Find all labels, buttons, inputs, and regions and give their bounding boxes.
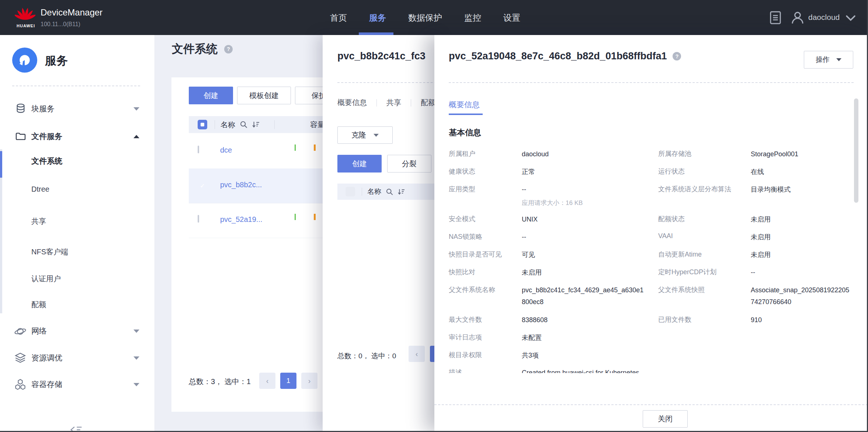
- help-icon[interactable]: ?: [673, 52, 681, 60]
- field-label: 根目录权限: [449, 351, 482, 359]
- nav-services[interactable]: 服务: [369, 12, 386, 24]
- service-pie-icon: [12, 48, 37, 73]
- field-value: --: [522, 232, 526, 242]
- field-label: 运行状态: [658, 167, 685, 176]
- search-icon[interactable]: [386, 188, 393, 196]
- field-value: Associate_snap_202508192220574270766640: [751, 284, 850, 308]
- container-storage-icon: [14, 378, 27, 391]
- column-header-name: 名称: [221, 120, 235, 130]
- sidebar-item-resource-tuning[interactable]: 资源调优: [0, 348, 155, 368]
- sort-icon[interactable]: [251, 121, 260, 128]
- chevron-down-icon[interactable]: [846, 15, 856, 21]
- sidebar-item-file-system[interactable]: 文件系统: [31, 156, 62, 166]
- field-value: 8388608: [522, 315, 548, 325]
- create-button[interactable]: 创建: [337, 155, 382, 173]
- sidebar-item-network[interactable]: 网络: [0, 321, 155, 341]
- sidebar-item-quota[interactable]: 配额: [31, 300, 46, 310]
- field-value: 正常: [522, 167, 535, 177]
- field-label: 安全模式: [449, 215, 475, 223]
- chevron-down-icon: [133, 107, 139, 111]
- chevron-up-icon: [133, 135, 139, 138]
- prev-page-button[interactable]: ‹: [409, 346, 425, 362]
- nav-data-protection[interactable]: 数据保护: [408, 12, 442, 24]
- panel-title: pvc_b8b2c41c_fc3: [337, 50, 426, 62]
- field-label: VAAI: [658, 232, 673, 240]
- field-value: pvc_b8b2c41c_fc34_4629_ae45_a630e1800ec8: [522, 284, 644, 308]
- field-value: --: [751, 268, 755, 277]
- detail-panel-front: pvc_52a19048_8e7c_46c8_b82d_01b68ffbdfa1…: [434, 35, 868, 432]
- field-value: --: [522, 185, 526, 194]
- page-1-button[interactable]: 1: [280, 373, 296, 389]
- database-icon: [15, 103, 27, 115]
- row-checkbox[interactable]: [198, 215, 199, 223]
- sidebar-divider: [12, 86, 140, 86]
- detail-scroll-viewport[interactable]: 概要信息 基本信息 所属租户 daocloud 健康状态 正常 应用类型 -- …: [434, 83, 868, 373]
- clone-dropdown[interactable]: 克隆: [337, 126, 393, 144]
- split-button[interactable]: 分裂: [387, 155, 431, 173]
- sidebar-item-label: 容器存储: [31, 379, 62, 390]
- next-page-button[interactable]: ›: [301, 373, 317, 389]
- row-checkbox[interactable]: [198, 146, 199, 153]
- sidebar-title: 服务: [45, 53, 68, 69]
- field-label: 快照比对: [449, 268, 475, 276]
- file-system-link[interactable]: pvc_b8b2c...: [220, 181, 262, 189]
- folder-icon: [15, 130, 27, 142]
- network-icon: [14, 326, 27, 337]
- sidebar-item-file-service[interactable]: 文件服务: [0, 126, 155, 147]
- field-label: 应用类型: [449, 185, 475, 194]
- panel-title: pvc_52a19048_8e7c_46c8_b82d_01b68ffbdfa1: [449, 50, 667, 62]
- nav-settings[interactable]: 设置: [503, 12, 520, 24]
- huawei-logo-icon: HUAWEI: [15, 4, 37, 30]
- create-button[interactable]: 创建: [189, 87, 233, 104]
- field-value: 910: [751, 315, 762, 325]
- user-name[interactable]: daocloud: [808, 13, 840, 22]
- huawei-brand-text: HUAWEI: [15, 24, 37, 28]
- field-value: 未启用: [751, 250, 771, 259]
- top-bar: HUAWEI DeviceManager 100.11...0(B11) 首页 …: [0, 0, 868, 35]
- sidebar-item-container-storage[interactable]: 容器存储: [0, 374, 155, 395]
- sidebar-item-auth-user[interactable]: 认证用户: [31, 274, 61, 284]
- chevron-down-icon: [133, 330, 139, 333]
- top-nav: 首页 服务 数据保护 监控 设置: [330, 12, 520, 24]
- tab-share[interactable]: 共享: [386, 98, 401, 108]
- sidebar-item-dtree[interactable]: Dtree: [31, 185, 49, 194]
- tab-quota[interactable]: 配额: [421, 98, 435, 108]
- field-value: Created from huawei-csi for Kubernetes: [522, 368, 639, 373]
- file-system-link[interactable]: pvc_52a19...: [220, 215, 263, 224]
- file-system-link[interactable]: dce: [220, 146, 232, 154]
- sidebar-item-nfs-client[interactable]: NFS客户端: [31, 247, 68, 257]
- search-icon[interactable]: [240, 121, 248, 129]
- nav-monitor[interactable]: 监控: [464, 12, 481, 24]
- document-icon[interactable]: [769, 11, 782, 25]
- action-dropdown-button[interactable]: 操作: [804, 51, 853, 69]
- sort-icon[interactable]: [397, 188, 405, 195]
- field-label: 所属租户: [449, 149, 475, 158]
- field-value: 可见: [522, 250, 535, 259]
- field-value: 目录均衡模式: [751, 185, 791, 194]
- tab-summary[interactable]: 概要信息: [337, 98, 367, 108]
- nav-home[interactable]: 首页: [330, 12, 347, 24]
- user-icon: [790, 10, 805, 25]
- prev-page-button[interactable]: ‹: [259, 373, 275, 389]
- select-all-checkbox: [346, 187, 355, 196]
- help-icon[interactable]: ?: [224, 45, 233, 53]
- active-item-indicator: [0, 151, 2, 178]
- chevron-down-icon: [133, 356, 139, 360]
- sidebar-item-label: 网络: [31, 326, 47, 336]
- scrollbar-thumb[interactable]: [854, 98, 858, 203]
- close-button[interactable]: 关闭: [643, 410, 688, 428]
- template-create-button[interactable]: 模板创建: [237, 87, 291, 104]
- layers-icon: [14, 352, 27, 364]
- sidebar-item-block-service[interactable]: 块服务: [0, 98, 155, 119]
- field-sub-note: 应用请求大小：16 KB: [522, 199, 583, 207]
- app-title: DeviceManager: [41, 7, 103, 18]
- field-label: 父文件系统快照: [658, 285, 705, 294]
- panel-title-row: pvc_52a19048_8e7c_46c8_b82d_01b68ffbdfa1…: [449, 50, 681, 62]
- select-all-checkbox[interactable]: [198, 120, 207, 129]
- sidebar-item-share[interactable]: 共享: [31, 216, 46, 226]
- root-permissions-link[interactable]: 共3项: [522, 351, 539, 360]
- page-title: 文件系统: [172, 41, 218, 57]
- field-value: StoragePool001: [751, 149, 798, 159]
- nav-active-underline: [359, 32, 393, 35]
- tab-summary[interactable]: 概要信息: [449, 100, 480, 110]
